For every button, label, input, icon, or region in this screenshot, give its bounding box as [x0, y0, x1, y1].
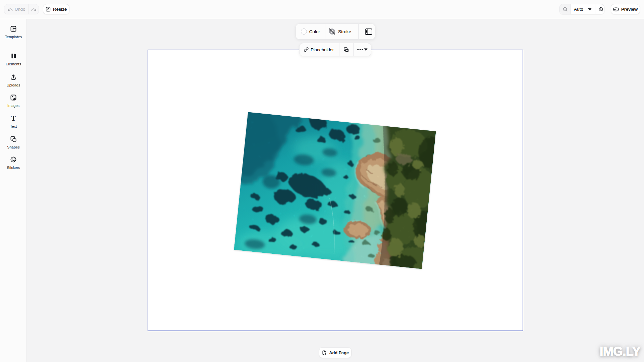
svg-text:T: T: [11, 115, 16, 122]
